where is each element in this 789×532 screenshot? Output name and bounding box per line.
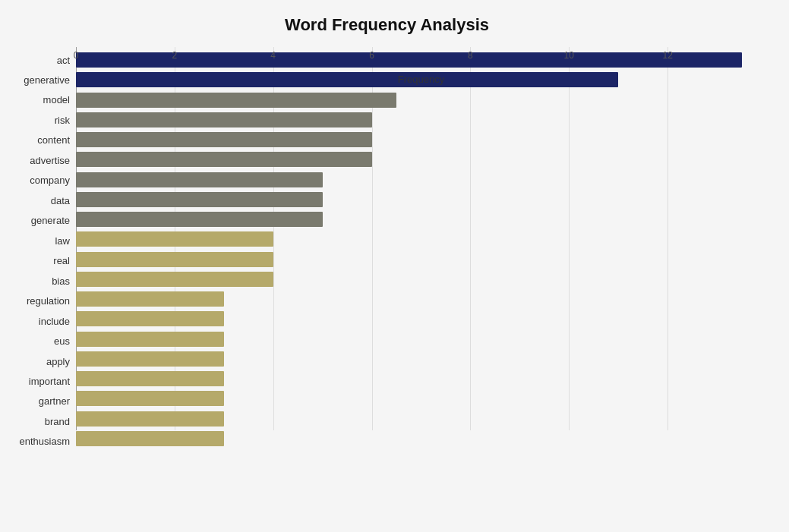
bar: [76, 431, 224, 446]
y-label: apply: [46, 351, 70, 371]
bar: [76, 371, 224, 386]
bar: [76, 93, 396, 108]
bar-row: [76, 250, 766, 269]
bar-row: [76, 409, 766, 429]
bar: [76, 132, 372, 147]
x-tick-label: 10: [564, 50, 574, 61]
y-label: model: [43, 90, 70, 110]
chart-area: actgenerativemodelriskcontentadvertiseco…: [8, 47, 766, 473]
bar-row: [76, 209, 766, 229]
bar: [76, 291, 224, 307]
x-tick-label: 8: [468, 50, 473, 61]
bar-row: [76, 309, 766, 329]
y-label: brand: [45, 411, 70, 431]
bar: [76, 391, 224, 406]
bar-row: [76, 369, 766, 389]
bar: [76, 332, 224, 347]
x-axis: Frequency 024681012: [76, 47, 766, 68]
plot-area: Frequency 024681012: [76, 47, 766, 473]
bar: [76, 272, 273, 287]
bar: [76, 231, 273, 247]
y-label: gartner: [39, 392, 70, 411]
bar-row: [76, 110, 766, 130]
bar-row: [76, 190, 766, 209]
bar-row: [76, 389, 766, 408]
bar-row: [76, 349, 766, 369]
y-label: advertise: [30, 150, 70, 170]
y-label: include: [39, 311, 70, 331]
y-axis: actgenerativemodelriskcontentadvertiseco…: [8, 47, 76, 473]
bar: [76, 192, 323, 207]
y-label: company: [30, 171, 70, 190]
bar: [76, 351, 224, 367]
y-label: eus: [54, 332, 70, 351]
bar: [76, 152, 372, 167]
chart-container: Word Frequency Analysis actgenerativemod…: [0, 0, 789, 532]
grid-and-bars: Frequency 024681012: [76, 47, 766, 473]
y-label: generative: [24, 70, 70, 90]
y-label: content: [37, 131, 70, 150]
y-label: risk: [55, 110, 70, 130]
y-label: generate: [31, 211, 70, 231]
bar: [76, 212, 323, 227]
bar: [76, 112, 372, 127]
y-label: bias: [52, 271, 70, 291]
bar: [76, 252, 273, 267]
bar-row: [76, 269, 766, 289]
bar: [76, 172, 323, 187]
bar-row: [76, 429, 766, 449]
bars-container: [76, 47, 766, 452]
x-tick-label: 6: [369, 50, 374, 61]
x-tick-label: 0: [74, 50, 79, 61]
x-tick-label: 4: [270, 50, 276, 61]
x-tick-label: 12: [662, 50, 672, 61]
x-tick-label: 2: [172, 50, 178, 61]
bar-row: [76, 229, 766, 249]
bar-row: [76, 150, 766, 169]
y-label: real: [53, 251, 70, 271]
bar-row: [76, 289, 766, 309]
y-label: regulation: [27, 291, 70, 311]
bar: [76, 311, 224, 326]
y-label: act: [57, 50, 70, 70]
x-axis-label: Frequency: [398, 74, 444, 85]
bar-row: [76, 329, 766, 349]
bar: [76, 411, 224, 427]
chart-title: Word Frequency Analysis: [8, 15, 766, 35]
bar-row: [76, 90, 766, 110]
y-label: enthusiasm: [20, 432, 70, 452]
y-label: data: [51, 190, 70, 210]
bar-row: [76, 170, 766, 190]
bar-row: [76, 130, 766, 150]
y-label: important: [29, 372, 70, 392]
y-label: law: [55, 231, 70, 250]
bar: [76, 72, 618, 87]
